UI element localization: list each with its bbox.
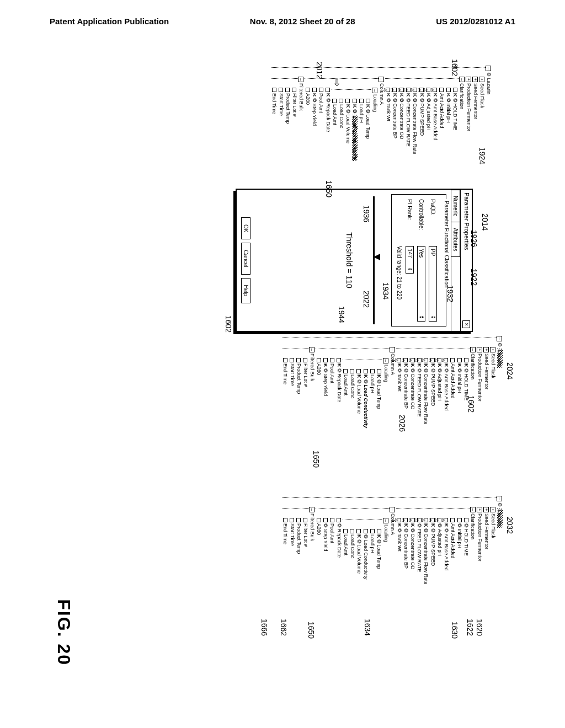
- node-pool-amt[interactable]: Pool Amt: [318, 93, 324, 113]
- node-initial-ph[interactable]: Initial pH: [446, 104, 451, 123]
- node-amt-acid[interactable]: Amt Acid Added: [450, 363, 456, 399]
- node-amt-base[interactable]: Amt Base Added: [444, 374, 449, 411]
- node-start-time[interactable]: Start Time: [290, 363, 295, 386]
- ok-button[interactable]: OK: [241, 217, 250, 239]
- node-conc-flow-rate[interactable]: Concentrate Flow Rate: [423, 374, 429, 425]
- node-feed-flow-rate[interactable]: FEED FLOW RATE: [417, 529, 422, 572]
- expand-icon[interactable]: +: [490, 347, 495, 352]
- node-pump-speed[interactable]: PUMP SPEED: [419, 104, 425, 136]
- node-conc-bp[interactable]: Concentrate BP: [403, 374, 409, 409]
- node-step-yield[interactable]: Step Yield: [323, 529, 328, 552]
- spinner-icon[interactable]: ▲▼: [407, 267, 413, 271]
- node-repack-date[interactable]: Repack Date: [337, 374, 342, 403]
- node-seed-flask[interactable]: Seed Flask: [491, 354, 496, 378]
- node-start-time[interactable]: Start Time: [279, 93, 284, 116]
- node-initial-ph[interactable]: Initial pH: [457, 529, 462, 548]
- paqd-field[interactable]: PP ▲▼: [429, 246, 437, 322]
- node-loading[interactable]: Loading: [372, 94, 378, 112]
- help-button[interactable]: Help: [241, 278, 250, 304]
- node-conc-od[interactable]: Concentrate OD: [410, 534, 415, 570]
- expand-icon[interactable]: –: [390, 507, 395, 512]
- expand-icon[interactable]: –: [390, 347, 395, 352]
- node-product-temp[interactable]: Product Temp: [296, 363, 302, 394]
- node-load-volume[interactable]: Load Volume: [356, 385, 362, 414]
- node-hold-time[interactable]: HOLD TIME: [463, 529, 469, 556]
- node-load-volume[interactable]: Load Volume: [345, 115, 351, 144]
- node-tank-wt[interactable]: Tank Wt: [397, 534, 402, 552]
- node-conc-bp[interactable]: Concentrate BP: [392, 104, 398, 139]
- node-prod-fermentor[interactable]: Production Fermentor: [477, 513, 483, 561]
- node-clarification[interactable]: Clarification: [470, 354, 476, 379]
- node-filter-lot[interactable]: Filter Lot #: [303, 523, 308, 547]
- expand-icon[interactable]: +: [477, 507, 482, 512]
- node-load-temp[interactable]: Load Temp: [376, 545, 382, 569]
- node-load-ph[interactable]: Load pH: [370, 374, 375, 393]
- expand-icon[interactable]: +: [483, 347, 489, 352]
- node-load-conductivity[interactable]: Load Conductivity: [363, 540, 369, 580]
- node-load-conductivity[interactable]: Load Conductivity: [363, 385, 369, 429]
- node-load-conc[interactable]: Load Conc: [350, 374, 355, 399]
- node-clarification[interactable]: Clarification: [470, 513, 476, 539]
- node-load-amt[interactable]: Load Amt: [343, 374, 349, 395]
- node-end-time[interactable]: End Time: [283, 523, 289, 544]
- node-tank-wt[interactable]: Tank Wt: [386, 104, 391, 122]
- controllable-field[interactable]: Yes ▲▼: [417, 246, 425, 322]
- node-end-time[interactable]: End Time: [272, 93, 278, 114]
- node-pool-amt[interactable]: Pool Amt: [329, 363, 335, 383]
- node-seed-fermentor[interactable]: Seed Fermentor: [484, 354, 489, 389]
- node-tank-wt[interactable]: Tank Wt: [397, 374, 402, 392]
- node-repack-date[interactable]: Repack Date: [337, 529, 342, 558]
- node-load-temp[interactable]: Load Temp: [376, 385, 382, 409]
- node-product-temp[interactable]: Product Temp: [285, 93, 291, 124]
- node-a280[interactable]: A280: [305, 93, 311, 105]
- node-load-conductivity[interactable]: Load Conductivity: [352, 115, 358, 162]
- node-load-amt[interactable]: Load Amt: [343, 534, 349, 555]
- expand-icon[interactable]: +: [483, 507, 489, 512]
- node-load-temp[interactable]: Load Temp: [365, 115, 371, 139]
- expand-icon[interactable]: –: [309, 347, 315, 352]
- tab-numeric[interactable]: Numeric: [451, 190, 460, 222]
- expand-icon[interactable]: –: [383, 518, 388, 523]
- node-column-a[interactable]: Column A: [390, 354, 396, 375]
- node-a280[interactable]: A280: [316, 523, 322, 535]
- node-amt-base[interactable]: Amt Base Added: [433, 104, 438, 141]
- node-a280[interactable]: A280: [316, 363, 322, 375]
- node-filtered-bulk[interactable]: Filtered Bulk: [310, 354, 315, 381]
- dropdown-icon[interactable]: ▲▼: [430, 315, 436, 319]
- node-step-yield[interactable]: Step Yield: [312, 104, 317, 126]
- node-filter-lot[interactable]: Filter Lot #: [292, 93, 297, 117]
- node-step-yield[interactable]: Step Yield: [323, 374, 328, 397]
- node-pump-speed[interactable]: PUMP SPEED: [430, 534, 436, 566]
- threshold-slider[interactable]: [369, 196, 386, 324]
- expand-icon[interactable]: –: [486, 66, 491, 71]
- node-seed-fermentor[interactable]: Seed Fermentor: [473, 83, 478, 119]
- node-filter-lot[interactable]: Filter Lot #: [303, 363, 308, 387]
- node-feed-flow-rate[interactable]: FEED FLOW RATE: [417, 374, 422, 417]
- node-conc-bp[interactable]: Concentrate BP: [403, 534, 409, 569]
- slider-thumb[interactable]: [374, 254, 380, 260]
- node-pump-speed[interactable]: PUMP SPEED: [430, 374, 436, 406]
- node-end-time[interactable]: End Time: [283, 363, 289, 384]
- node-product-temp[interactable]: Product Temp: [296, 523, 302, 554]
- node-amt-acid[interactable]: Amt Acid Added: [439, 93, 445, 129]
- node-prod-fermentor[interactable]: Production Fermentor: [477, 354, 483, 402]
- node-column-a[interactable]: Column A: [379, 83, 385, 105]
- expand-icon[interactable]: –: [470, 507, 476, 512]
- node-conc-flow-rate[interactable]: Concentrate Flow Rate: [423, 534, 429, 585]
- expand-icon[interactable]: –: [379, 77, 384, 82]
- node-conc-od[interactable]: Concentrate OD: [410, 374, 415, 410]
- dropdown-icon[interactable]: ▲▼: [418, 315, 424, 319]
- tab-attributes[interactable]: Attributes: [451, 222, 460, 257]
- node-initial-ph[interactable]: Initial pH: [457, 374, 462, 393]
- node-start-time[interactable]: Start Time: [290, 523, 295, 546]
- node-load-ph[interactable]: Load pH: [359, 104, 364, 123]
- node-clarification[interactable]: Clarification: [459, 83, 465, 109]
- node-adjusted-ph[interactable]: Adjusted pH: [437, 529, 443, 556]
- expand-icon[interactable]: +: [477, 347, 482, 352]
- node-feed-flow-rate[interactable]: FEED FLOW RATE: [406, 104, 411, 147]
- expand-icon[interactable]: –: [497, 336, 502, 341]
- node-load-ph[interactable]: Load pH: [370, 534, 375, 553]
- node-amt-base[interactable]: Amt Base Added: [444, 534, 449, 571]
- expand-icon[interactable]: +: [479, 77, 484, 82]
- node-loading[interactable]: Loading: [383, 365, 389, 382]
